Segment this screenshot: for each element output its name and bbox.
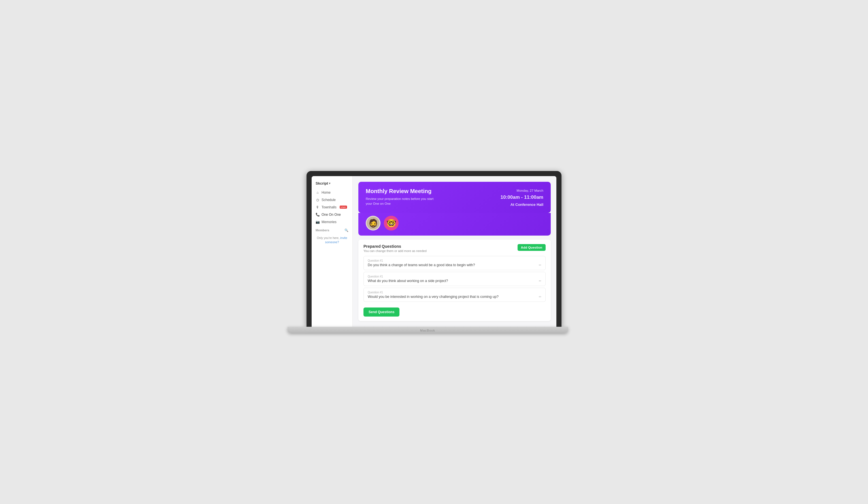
add-question-button[interactable]: Add Question bbox=[518, 244, 546, 251]
sidebar-item-memories[interactable]: 📷 Memories bbox=[312, 218, 352, 226]
sidebar-item-townhalls[interactable]: 🎙 Townhalls Live bbox=[312, 203, 352, 211]
brand-name: Skcript bbox=[316, 181, 328, 186]
live-badge: Live bbox=[340, 206, 347, 209]
meeting-subtitle-line1: Review your preparation notes before you… bbox=[366, 197, 433, 200]
nav-label-memories: Memories bbox=[321, 220, 337, 224]
macbook-label: MacBook bbox=[420, 329, 435, 332]
edit-icon-3[interactable]: ✏ bbox=[539, 295, 541, 299]
nav-label-home: Home bbox=[321, 191, 331, 195]
sidebar-brand[interactable]: Skcript ▾ bbox=[312, 180, 352, 189]
main-content: Monthly Review Meeting Review your prepa… bbox=[353, 176, 556, 327]
meeting-location: At Conference Hall bbox=[500, 202, 543, 208]
edit-icon-1[interactable]: ✏ bbox=[539, 263, 541, 267]
edit-icon-2[interactable]: ✏ bbox=[539, 279, 541, 283]
questions-subtitle: You can change them or add more as neede… bbox=[363, 249, 427, 253]
laptop-base: MacBook bbox=[288, 327, 568, 333]
question-text-3: Would you be interested in working on a … bbox=[368, 295, 541, 299]
nav-label-schedule: Schedule bbox=[321, 198, 336, 202]
meeting-subtitle: Review your preparation notes before you… bbox=[366, 197, 433, 207]
members-empty-text: Only you're here, bbox=[317, 236, 339, 240]
avatar-2: 🤓 bbox=[384, 216, 399, 230]
brand-chevron: ▾ bbox=[329, 182, 330, 185]
question-item-1: Question #1 Do you think a change of tea… bbox=[363, 256, 546, 270]
sidebar-item-schedule[interactable]: ◷ Schedule bbox=[312, 196, 352, 203]
avatar-1: 🧔 bbox=[366, 216, 381, 230]
schedule-icon: ◷ bbox=[316, 198, 320, 202]
townhalls-icon: 🎙 bbox=[316, 205, 320, 209]
search-icon[interactable]: 🔍 bbox=[344, 229, 349, 232]
memories-icon: 📷 bbox=[316, 220, 320, 224]
meeting-banner-left: Monthly Review Meeting Review your prepa… bbox=[366, 188, 433, 207]
meeting-date: Monday, 27 March bbox=[500, 188, 543, 194]
sidebar-item-home[interactable]: ⌂ Home bbox=[312, 189, 352, 196]
question-label-2: Question #1 bbox=[368, 275, 541, 278]
questions-header: Prepared Questions You can change them o… bbox=[363, 244, 546, 253]
members-message: Only you're here, invite someone? bbox=[312, 234, 352, 247]
question-item-2: Question #1 What do you think about work… bbox=[363, 272, 546, 286]
question-label-3: Question #1 bbox=[368, 291, 541, 294]
nav-label-townhalls: Townhalls bbox=[321, 205, 337, 209]
questions-title: Prepared Questions bbox=[363, 244, 427, 249]
screen-bezel: Skcript ▾ ⌂ Home ◷ Schedule 🎙 Townhalls … bbox=[307, 171, 561, 327]
meeting-title: Monthly Review Meeting bbox=[366, 188, 433, 195]
one-on-one-icon: 📞 bbox=[316, 213, 320, 217]
avatars-row: 🧔 🤓 bbox=[358, 213, 551, 235]
meeting-banner: Monthly Review Meeting Review your prepa… bbox=[358, 182, 551, 213]
members-label: Members bbox=[316, 229, 329, 232]
nav-label-one-on-one: One On One bbox=[321, 213, 341, 217]
home-icon: ⌂ bbox=[316, 191, 320, 195]
question-text-2: What do you think about working on a sid… bbox=[368, 279, 541, 283]
sidebar: Skcript ▾ ⌂ Home ◷ Schedule 🎙 Townhalls … bbox=[312, 176, 353, 327]
question-text-1: Do you think a change of teams would be … bbox=[368, 263, 541, 267]
meeting-time-range: 10:00am - 11:00am bbox=[500, 193, 543, 202]
meeting-banner-right: Monday, 27 March 10:00am - 11:00am At Co… bbox=[500, 188, 543, 208]
laptop-wrapper: Skcript ▾ ⌂ Home ◷ Schedule 🎙 Townhalls … bbox=[307, 171, 561, 333]
members-section: Members 🔍 bbox=[312, 226, 352, 234]
meeting-subtitle-line2: your One on One bbox=[366, 202, 391, 205]
question-item-3: Question #1 Would you be interested in w… bbox=[363, 288, 546, 302]
questions-card: Prepared Questions You can change them o… bbox=[358, 240, 551, 321]
question-label-1: Question #1 bbox=[368, 259, 541, 262]
sidebar-item-one-on-one[interactable]: 📞 One On One bbox=[312, 211, 352, 218]
screen: Skcript ▾ ⌂ Home ◷ Schedule 🎙 Townhalls … bbox=[312, 176, 556, 327]
send-questions-button[interactable]: Send Questions bbox=[363, 307, 400, 317]
questions-header-text: Prepared Questions You can change them o… bbox=[363, 244, 427, 253]
